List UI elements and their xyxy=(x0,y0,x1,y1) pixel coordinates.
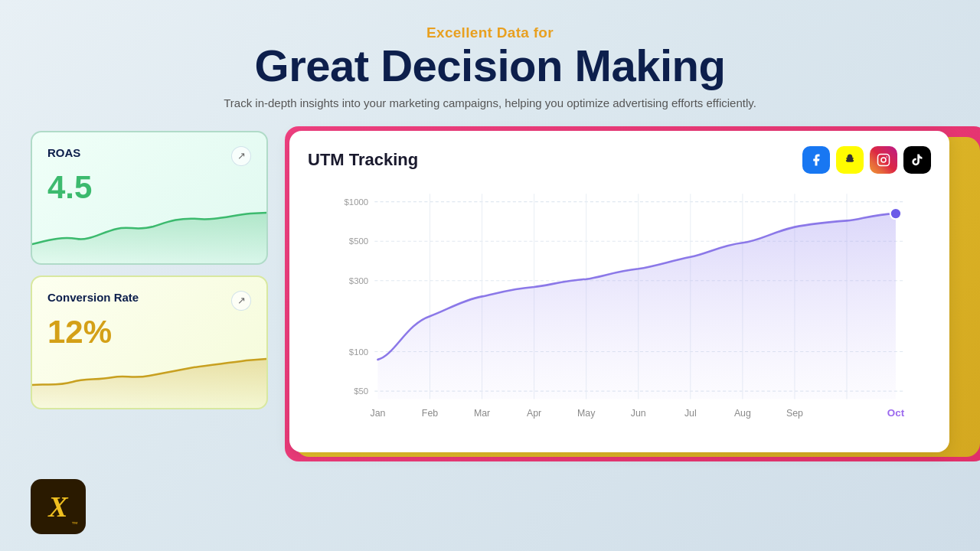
svg-text:$300: $300 xyxy=(349,276,368,285)
left-cards-panel: ROAS ↗ 4.5 xyxy=(31,131,268,452)
svg-rect-0 xyxy=(878,154,890,165)
tiktok-icon[interactable] xyxy=(903,146,931,174)
svg-text:Jun: Jun xyxy=(631,408,646,419)
roas-chart xyxy=(32,202,266,263)
instagram-icon[interactable] xyxy=(870,146,897,174)
roas-card-header: ROAS ↗ xyxy=(47,146,251,166)
svg-text:$1000: $1000 xyxy=(345,197,369,207)
page-header: Excellent Data for Great Decision Making… xyxy=(0,0,980,123)
logo-wrapper: X ™ xyxy=(31,479,86,534)
conversion-chart xyxy=(32,347,266,408)
svg-text:Feb: Feb xyxy=(422,408,438,419)
roas-label: ROAS xyxy=(47,146,80,159)
facebook-icon[interactable] xyxy=(802,146,830,174)
roas-value: 4.5 xyxy=(47,169,251,206)
header-subtitle: Excellent Data for xyxy=(0,24,980,41)
utm-title: UTM Tracking xyxy=(308,150,418,170)
svg-text:$50: $50 xyxy=(354,386,368,396)
roas-card: ROAS ↗ 4.5 xyxy=(31,131,268,265)
header-description: Track in-depth insights into your market… xyxy=(0,96,980,109)
svg-text:Sep: Sep xyxy=(786,408,803,419)
svg-text:May: May xyxy=(577,408,596,419)
conversion-value: 12% xyxy=(47,314,251,350)
svg-text:Jul: Jul xyxy=(684,408,697,419)
svg-text:Jan: Jan xyxy=(370,408,385,419)
svg-text:$500: $500 xyxy=(349,236,368,246)
utm-card-wrapper: UTM Tracking xyxy=(289,131,949,452)
svg-text:Apr: Apr xyxy=(527,408,541,419)
svg-point-22 xyxy=(890,208,901,219)
conversion-arrow-button[interactable]: ↗ xyxy=(231,291,251,311)
conversion-card: Conversion Rate ↗ 12% xyxy=(31,276,268,409)
logo-text: X xyxy=(48,490,67,523)
header-title: Great Decision Making xyxy=(0,41,980,90)
conversion-card-header: Conversion Rate ↗ xyxy=(47,291,251,311)
conversion-label: Conversion Rate xyxy=(47,291,139,304)
main-content: ROAS ↗ 4.5 xyxy=(0,131,980,452)
svg-point-1 xyxy=(881,158,886,162)
utm-chart-container: $1000 $500 $300 $100 $50 xyxy=(308,186,931,439)
utm-header: UTM Tracking xyxy=(308,146,931,174)
svg-point-2 xyxy=(886,156,887,158)
svg-text:Oct: Oct xyxy=(887,407,905,419)
social-icons-group xyxy=(802,146,931,174)
svg-text:Aug: Aug xyxy=(734,408,751,419)
roas-arrow-icon: ↗ xyxy=(237,150,246,161)
svg-text:Mar: Mar xyxy=(474,408,490,419)
brand-logo: X ™ xyxy=(31,479,86,534)
conversion-arrow-icon: ↗ xyxy=(237,295,246,306)
svg-text:$100: $100 xyxy=(349,347,368,356)
roas-arrow-button[interactable]: ↗ xyxy=(231,146,251,166)
snapchat-icon[interactable] xyxy=(836,146,864,174)
utm-card: UTM Tracking xyxy=(289,131,949,452)
